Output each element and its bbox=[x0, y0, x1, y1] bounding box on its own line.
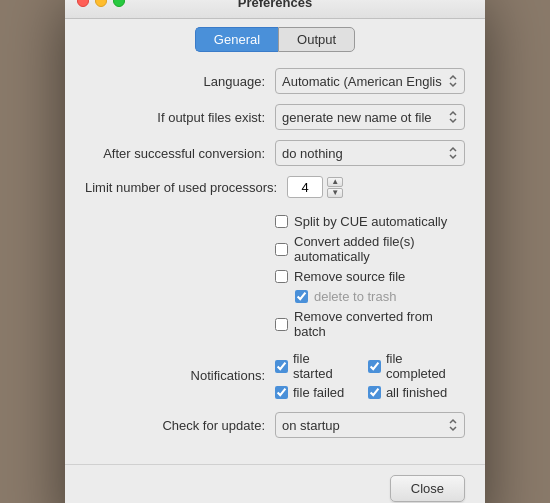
output-files-control: generate new name ot file overwrite skip bbox=[275, 104, 465, 130]
language-row: Language: Automatic (American English) E… bbox=[85, 68, 465, 94]
preferences-window: Preferences General Output Language: Aut… bbox=[65, 0, 485, 503]
check-update-row: Check for update: on startup daily weekl… bbox=[85, 412, 465, 438]
notif-file-started-checkbox[interactable] bbox=[275, 360, 288, 373]
output-files-select[interactable]: generate new name ot file overwrite skip bbox=[275, 104, 465, 130]
notif-all-finished-checkbox[interactable] bbox=[368, 386, 381, 399]
delete-trash-label: delete to trash bbox=[314, 289, 396, 304]
stepper-down[interactable]: ▼ bbox=[327, 188, 343, 198]
notif-file-completed-label: file completed bbox=[386, 351, 465, 381]
after-conversion-select[interactable]: do nothing open file open folder bbox=[275, 140, 465, 166]
notif-all-finished: all finished bbox=[368, 385, 465, 400]
footer: Close bbox=[65, 464, 485, 503]
language-label: Language: bbox=[85, 74, 275, 89]
processors-row: Limit number of used processors: 4 ▲ ▼ bbox=[85, 176, 465, 198]
after-conversion-control: do nothing open file open folder bbox=[275, 140, 465, 166]
language-control: Automatic (American English) English Fre… bbox=[275, 68, 465, 94]
after-conversion-label: After successful conversion: bbox=[85, 146, 275, 161]
checkboxes-section: Split by CUE automatically Convert added… bbox=[85, 214, 465, 339]
output-files-label: If output files exist: bbox=[85, 110, 275, 125]
notif-file-failed: file failed bbox=[275, 385, 352, 400]
remove-converted-row: Remove converted from batch bbox=[275, 309, 465, 339]
remove-source-label: Remove source file bbox=[294, 269, 405, 284]
processors-stepper: 4 ▲ ▼ bbox=[287, 176, 465, 198]
notif-file-failed-label: file failed bbox=[293, 385, 344, 400]
convert-added-checkbox[interactable] bbox=[275, 243, 288, 256]
remove-converted-label: Remove converted from batch bbox=[294, 309, 465, 339]
maximize-traffic-light[interactable] bbox=[113, 0, 125, 7]
window-title: Preferences bbox=[238, 0, 312, 10]
check-update-control: on startup daily weekly never bbox=[275, 412, 465, 438]
tab-general[interactable]: General bbox=[195, 27, 278, 52]
processors-input[interactable]: 4 bbox=[287, 176, 323, 198]
convert-added-row: Convert added file(s) automatically bbox=[275, 234, 465, 264]
check-update-label: Check for update: bbox=[85, 418, 275, 433]
tabs-container: General Output bbox=[65, 19, 485, 58]
notifications-grid: file started file completed file failed … bbox=[275, 351, 465, 400]
after-conversion-row: After successful conversion: do nothing … bbox=[85, 140, 465, 166]
traffic-lights bbox=[77, 0, 125, 7]
delete-trash-checkbox[interactable] bbox=[295, 290, 308, 303]
split-cue-checkbox[interactable] bbox=[275, 215, 288, 228]
notif-file-completed-checkbox[interactable] bbox=[368, 360, 381, 373]
convert-added-label: Convert added file(s) automatically bbox=[294, 234, 465, 264]
check-update-select[interactable]: on startup daily weekly never bbox=[275, 412, 465, 438]
tab-output[interactable]: Output bbox=[278, 27, 355, 52]
remove-source-row: Remove source file bbox=[275, 269, 465, 284]
titlebar: Preferences bbox=[65, 0, 485, 19]
stepper-up[interactable]: ▲ bbox=[327, 177, 343, 187]
notif-file-started-label: file started bbox=[293, 351, 352, 381]
notif-file-failed-checkbox[interactable] bbox=[275, 386, 288, 399]
notifications-row: Notifications: file started file complet… bbox=[85, 351, 465, 400]
output-files-row: If output files exist: generate new name… bbox=[85, 104, 465, 130]
split-cue-row: Split by CUE automatically bbox=[275, 214, 465, 229]
remove-converted-checkbox[interactable] bbox=[275, 318, 288, 331]
notif-file-started: file started bbox=[275, 351, 352, 381]
close-button[interactable]: Close bbox=[390, 475, 465, 502]
delete-trash-row: delete to trash bbox=[275, 289, 465, 304]
split-cue-label: Split by CUE automatically bbox=[294, 214, 447, 229]
language-select[interactable]: Automatic (American English) English Fre… bbox=[275, 68, 465, 94]
notif-file-completed: file completed bbox=[368, 351, 465, 381]
processors-control: 4 ▲ ▼ bbox=[287, 176, 465, 198]
minimize-traffic-light[interactable] bbox=[95, 0, 107, 7]
close-traffic-light[interactable] bbox=[77, 0, 89, 7]
notifications-label: Notifications: bbox=[85, 368, 275, 383]
remove-source-checkbox[interactable] bbox=[275, 270, 288, 283]
content-area: Language: Automatic (American English) E… bbox=[65, 58, 485, 464]
processors-label: Limit number of used processors: bbox=[85, 180, 287, 195]
notif-all-finished-label: all finished bbox=[386, 385, 447, 400]
stepper-buttons: ▲ ▼ bbox=[327, 177, 343, 198]
